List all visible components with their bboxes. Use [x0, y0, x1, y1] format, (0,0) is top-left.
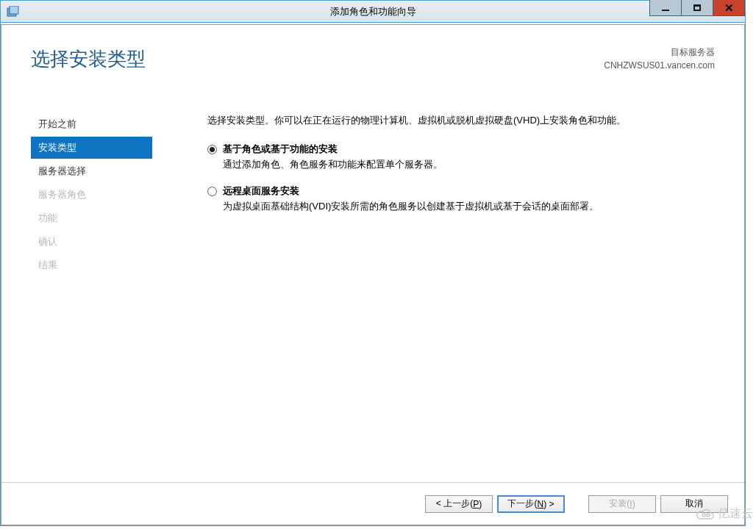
page-title: 选择安装类型: [31, 46, 146, 72]
main-area: 开始之前安装类型服务器选择服务器角色功能确认结果 选择安装类型。你可以在正在运行…: [1, 106, 744, 481]
server-name: CNHZWSUS01.vancen.com: [604, 59, 715, 72]
radio-button-icon[interactable]: [207, 187, 217, 196]
sidebar-item-1[interactable]: 安装类型: [31, 137, 152, 159]
target-server-info: 目标服务器 CNHZWSUS01.vancen.com: [604, 46, 715, 72]
install-type-radio-group: 基于角色或基于功能的安装通过添加角色、角色服务和功能来配置单个服务器。远程桌面服…: [207, 143, 715, 214]
app-icon: [7, 6, 20, 18]
minimize-button[interactable]: [649, 0, 682, 16]
window-title: 添加角色和功能向导: [1, 5, 745, 18]
install-button: 安装(I): [588, 495, 656, 513]
sidebar-item-5: 确认: [31, 231, 152, 253]
sidebar-item-2[interactable]: 服务器选择: [31, 160, 152, 182]
sidebar-item-6: 结果: [31, 254, 152, 276]
cancel-button[interactable]: 取消: [660, 495, 728, 513]
right-content: 选择安装类型。你可以在正在运行的物理计算机、虚拟机或脱机虚拟硬盘(VHD)上安装…: [152, 106, 744, 481]
svg-rect-1: [10, 6, 18, 14]
maximize-button[interactable]: [681, 0, 713, 16]
server-label: 目标服务器: [604, 46, 715, 59]
radio-title: 远程桌面服务安装: [223, 184, 715, 198]
radio-button-icon[interactable]: [207, 145, 217, 154]
wizard-sidebar: 开始之前安装类型服务器选择服务器角色功能确认结果: [1, 106, 152, 481]
titlebar[interactable]: 添加角色和功能向导 ✕: [1, 1, 745, 23]
radio-title: 基于角色或基于功能的安装: [223, 143, 715, 156]
sidebar-item-4: 功能: [31, 207, 152, 229]
window-controls: ✕: [650, 0, 745, 16]
previous-button[interactable]: < 上一步(P): [425, 495, 493, 513]
radio-option-1[interactable]: 远程桌面服务安装为虚拟桌面基础结构(VDI)安装所需的角色服务以创建基于虚拟机或…: [207, 184, 715, 214]
button-bar: < 上一步(P) 下一步(N) > 安装(I) 取消: [1, 482, 744, 525]
radio-desc: 通过添加角色、角色服务和功能来配置单个服务器。: [223, 157, 715, 172]
radio-desc: 为虚拟桌面基础结构(VDI)安装所需的角色服务以创建基于虚拟机或基于会话的桌面部…: [223, 199, 715, 214]
next-button[interactable]: 下一步(N) >: [497, 495, 565, 513]
sidebar-item-0[interactable]: 开始之前: [31, 113, 152, 135]
close-button[interactable]: ✕: [713, 0, 745, 16]
intro-text: 选择安装类型。你可以在正在运行的物理计算机、虚拟机或脱机虚拟硬盘(VHD)上安装…: [207, 113, 715, 128]
wizard-window: 添加角色和功能向导 ✕ 选择安装类型 目标服务器 CNHZWSUS01.vanc…: [0, 0, 746, 526]
radio-option-0[interactable]: 基于角色或基于功能的安装通过添加角色、角色服务和功能来配置单个服务器。: [207, 143, 715, 172]
header-area: 选择安装类型 目标服务器 CNHZWSUS01.vancen.com: [1, 25, 744, 79]
sidebar-item-3: 服务器角色: [31, 184, 152, 206]
content-area: 选择安装类型 目标服务器 CNHZWSUS01.vancen.com 开始之前安…: [1, 24, 745, 525]
